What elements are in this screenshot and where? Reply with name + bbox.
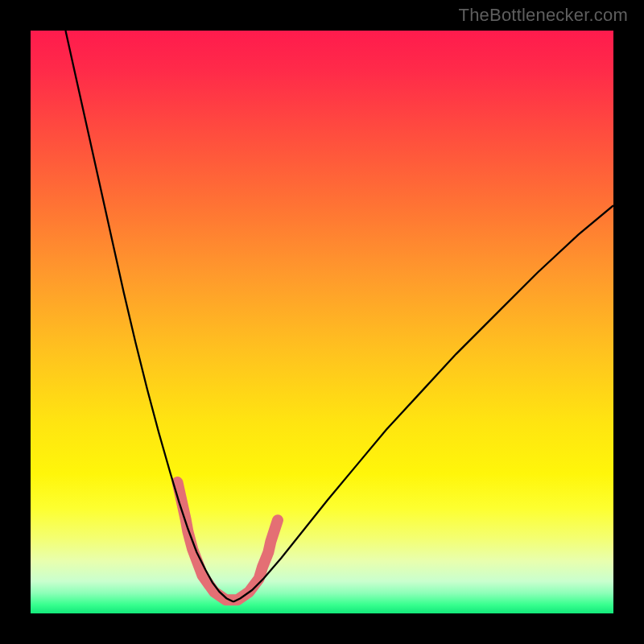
plot-area — [31, 31, 613, 613]
watermark-text: TheBottlenecker.com — [459, 5, 628, 26]
chart-frame: TheBottlenecker.com — [0, 0, 644, 644]
chart-svg — [31, 31, 613, 613]
plot-background — [31, 31, 613, 613]
